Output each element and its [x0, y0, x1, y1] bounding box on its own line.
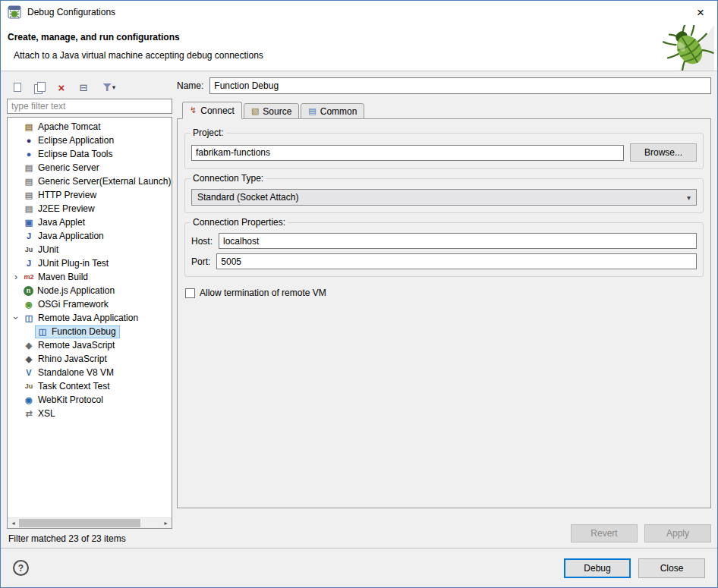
- tree-item-webkit-protocol[interactable]: ◉WebKit Protocol: [8, 393, 172, 407]
- tab-common[interactable]: ▤Common: [301, 103, 364, 119]
- scroll-left-button[interactable]: ◂: [8, 518, 19, 528]
- tree-item-selection: ●Eclipse Data Tools: [21, 148, 117, 161]
- expander-icon[interactable]: ›: [11, 272, 21, 281]
- tree-item-label: Function Debug: [52, 326, 116, 337]
- header-title: Create, manage, and run configurations: [8, 32, 717, 42]
- tree-item-selection: JuTask Context Test: [21, 380, 114, 393]
- tree-item-xsl[interactable]: ⇄XSL: [8, 407, 172, 420]
- revert-button[interactable]: Revert: [571, 524, 638, 542]
- browse-button[interactable]: Browse...: [630, 143, 697, 162]
- tree-item-j2ee-preview[interactable]: ▤J2EE Preview: [8, 202, 172, 215]
- configuration-tree-box: ▤Apache Tomcat●Eclipse Application●Eclip…: [7, 117, 172, 529]
- task-context-test-icon: Ju: [23, 380, 35, 392]
- debug-button[interactable]: Debug: [564, 558, 631, 578]
- close-button[interactable]: Close: [638, 558, 705, 578]
- filter-input[interactable]: [7, 99, 172, 114]
- window-title: Debug Configurations: [27, 7, 115, 17]
- tree-item-http-preview[interactable]: ▤HTTP Preview: [8, 188, 172, 202]
- tree-item-junit[interactable]: JuJUnit: [8, 243, 172, 256]
- tree-item-node-js-application[interactable]: nNode.js Application: [8, 284, 172, 297]
- tree-item-remote-javascript[interactable]: ◈Remote JavaScript: [8, 338, 172, 352]
- delete-configuration-button[interactable]: ×: [54, 80, 69, 95]
- tree-item-osgi-framework[interactable]: ◉OSGi Framework: [8, 297, 172, 311]
- tree-item-task-context-test[interactable]: JuTask Context Test: [8, 379, 172, 393]
- tree-item-selection: ●Eclipse Application: [21, 134, 118, 147]
- java-applet-icon: ▣: [23, 216, 35, 228]
- tree-item-standalone-v8-vm[interactable]: VStandalone V8 VM: [8, 366, 172, 379]
- rhino-javascript-icon: ◆: [23, 353, 35, 365]
- tab-connect[interactable]: ↯Connect: [182, 102, 242, 119]
- tree-item-generic-server-external-launch-[interactable]: ▤Generic Server(External Launch): [8, 175, 172, 188]
- terminate-check-row: Allow termination of remote VM: [185, 288, 710, 298]
- tree-item-label: Java Application: [38, 231, 104, 241]
- tree-item-label: XSL: [38, 408, 55, 419]
- generic-server-external-launch-icon: ▤: [23, 175, 35, 187]
- xsl-icon: ⇄: [23, 407, 35, 420]
- tree-item-eclipse-data-tools[interactable]: ●Eclipse Data Tools: [8, 147, 172, 161]
- bug-illustration: [655, 25, 714, 71]
- scrollbar-track[interactable]: [19, 518, 160, 528]
- allow-termination-checkbox[interactable]: [185, 288, 195, 298]
- host-input[interactable]: [219, 233, 697, 249]
- connection-type-combo[interactable]: Standard (Socket Attach) ▾: [191, 189, 697, 206]
- scroll-right-button[interactable]: ▸: [160, 518, 172, 528]
- debug-configurations-app-icon: [8, 5, 21, 19]
- common-tab-icon: ▤: [308, 107, 316, 115]
- connect-tab-content: Project: Browse... Connection Type: Stan…: [177, 118, 711, 508]
- filter-configurations-icon: [103, 83, 112, 91]
- tab-source[interactable]: ▧Source: [244, 103, 299, 119]
- new-configuration-button[interactable]: [10, 80, 25, 95]
- tree-item-selection: nNode.js Application: [21, 285, 118, 297]
- port-field-row: Port:: [191, 253, 697, 269]
- tab-label: Connect: [200, 105, 235, 116]
- name-input[interactable]: [209, 77, 711, 94]
- tree-item-selection: JJava Application: [21, 230, 108, 243]
- configuration-tree: ▤Apache Tomcat●Eclipse Application●Eclip…: [8, 118, 172, 517]
- tab-bar: ↯Connect▧Source▤Common: [177, 102, 711, 119]
- java-application-icon: J: [23, 230, 35, 242]
- port-input[interactable]: [216, 253, 697, 269]
- delete-configuration-icon: ×: [58, 82, 65, 93]
- dialog-header: Create, manage, and run configurations A…: [1, 24, 717, 71]
- filter-configurations-button[interactable]: ▾: [98, 80, 121, 95]
- tab-label: Source: [263, 106, 291, 117]
- tree-item-label: Generic Server(External Launch): [38, 176, 171, 187]
- host-label: Host:: [191, 236, 213, 247]
- name-label: Name:: [177, 80, 203, 91]
- tree-item-generic-server[interactable]: ▤Generic Server: [8, 161, 172, 175]
- help-button[interactable]: ?: [13, 560, 29, 576]
- scrollbar-thumb[interactable]: [19, 519, 140, 527]
- http-preview-icon: ▤: [23, 189, 35, 201]
- expander-icon[interactable]: ›: [11, 313, 20, 323]
- duplicate-configuration-button[interactable]: [32, 80, 47, 95]
- title-bar: Debug Configurations ×: [1, 1, 717, 24]
- project-input[interactable]: [191, 145, 624, 161]
- tree-item-label: WebKit Protocol: [38, 395, 103, 405]
- tree-item-rhino-javascript[interactable]: ◆Rhino JavaScript: [8, 352, 172, 366]
- close-window-button[interactable]: ×: [684, 1, 717, 24]
- tree-item-label: Rhino JavaScript: [38, 354, 107, 364]
- tree-item-junit-plug-in-test[interactable]: JJUnit Plug-in Test: [8, 256, 172, 270]
- tree-item-eclipse-application[interactable]: ●Eclipse Application: [8, 134, 172, 147]
- tree-item-function-debug[interactable]: ◫Function Debug: [8, 325, 172, 338]
- tree-item-remote-java-application[interactable]: ›◫Remote Java Application: [8, 311, 172, 325]
- tree-item-selection: ◫Remote Java Application: [21, 312, 142, 325]
- eclipse-application-icon: ●: [23, 134, 35, 146]
- connection-properties-group-label: Connection Properties:: [191, 217, 288, 228]
- apache-tomcat-icon: ▤: [23, 121, 35, 133]
- collapse-all-button[interactable]: ⊟: [76, 80, 91, 95]
- remote-java-application-icon: ◫: [23, 312, 35, 324]
- filter-status-text: Filter matched 23 of 23 items: [7, 529, 172, 544]
- tree-item-selection: ⇄XSL: [21, 407, 59, 420]
- tree-item-java-application[interactable]: JJava Application: [8, 229, 172, 243]
- tree-item-selection: ▤Generic Server: [21, 162, 103, 175]
- maven-build-icon: m2: [23, 271, 35, 283]
- webkit-protocol-icon: ◉: [23, 394, 35, 406]
- tree-item-apache-tomcat[interactable]: ▤Apache Tomcat: [8, 120, 172, 134]
- remote-javascript-icon: ◈: [23, 339, 35, 351]
- tree-item-label: JUnit: [38, 244, 58, 255]
- apply-button[interactable]: Apply: [644, 524, 711, 542]
- tree-item-java-applet[interactable]: ▣Java Applet: [8, 215, 172, 229]
- tree-item-maven-build[interactable]: ›m2Maven Build: [8, 270, 172, 284]
- tree-item-selection: ◫Function Debug: [35, 325, 120, 338]
